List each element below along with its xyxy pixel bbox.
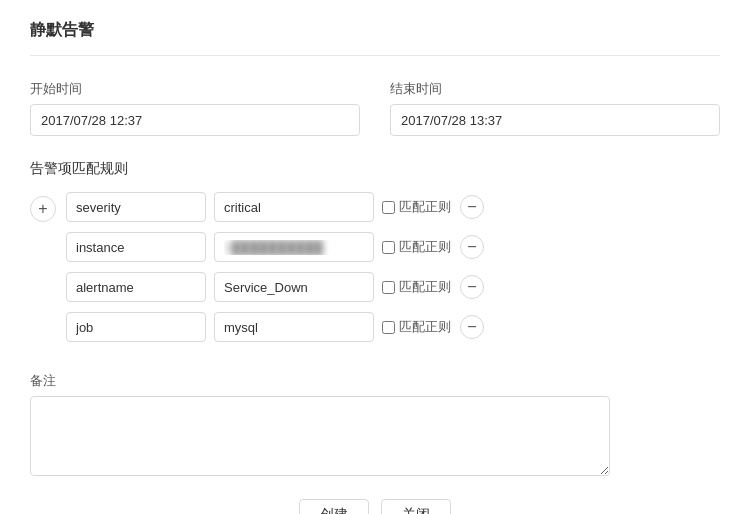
regex-label-3: 匹配正则: [399, 318, 451, 336]
rule-key-input-0[interactable]: [66, 192, 206, 222]
rule-key-input-2[interactable]: [66, 272, 206, 302]
rule-val-input-1[interactable]: [214, 232, 374, 262]
regex-checkbox-3[interactable]: [382, 321, 395, 334]
regex-label-0: 匹配正则: [399, 198, 451, 216]
regex-checkbox-1[interactable]: [382, 241, 395, 254]
end-time-label: 结束时间: [390, 80, 720, 98]
rule-key-input-1[interactable]: [66, 232, 206, 262]
note-section: 备注: [30, 372, 720, 479]
regex-check-1[interactable]: 匹配正则: [382, 238, 452, 256]
modal-title: 静默告警: [30, 20, 720, 56]
remove-rule-button-0[interactable]: −: [460, 195, 484, 219]
rule-val-input-3[interactable]: [214, 312, 374, 342]
start-time-input[interactable]: [30, 104, 360, 136]
regex-checkbox-2[interactable]: [382, 281, 395, 294]
remove-rule-button-3[interactable]: −: [460, 315, 484, 339]
regex-check-3[interactable]: 匹配正则: [382, 318, 452, 336]
note-textarea[interactable]: [30, 396, 610, 476]
remove-rule-button-1[interactable]: −: [460, 235, 484, 259]
add-rule-button[interactable]: +: [30, 196, 56, 222]
start-time-label: 开始时间: [30, 80, 360, 98]
rule-row: 匹配正则−: [66, 232, 720, 262]
regex-check-2[interactable]: 匹配正则: [382, 278, 452, 296]
rule-val-input-0[interactable]: [214, 192, 374, 222]
end-time-group: 结束时间: [390, 80, 720, 136]
regex-checkbox-0[interactable]: [382, 201, 395, 214]
rules-rows: 匹配正则−匹配正则−匹配正则−匹配正则−: [66, 192, 720, 352]
rule-val-input-2[interactable]: [214, 272, 374, 302]
close-button[interactable]: 关闭: [381, 499, 451, 514]
rule-key-input-3[interactable]: [66, 312, 206, 342]
regex-label-2: 匹配正则: [399, 278, 451, 296]
rule-row: 匹配正则−: [66, 312, 720, 342]
rule-row: 匹配正则−: [66, 272, 720, 302]
time-row: 开始时间 结束时间: [30, 80, 720, 136]
rules-section: 告警项匹配规则 + 匹配正则−匹配正则−匹配正则−匹配正则−: [30, 160, 720, 352]
rules-header: + 匹配正则−匹配正则−匹配正则−匹配正则−: [30, 192, 720, 352]
note-label: 备注: [30, 372, 720, 390]
regex-label-1: 匹配正则: [399, 238, 451, 256]
modal-container: 静默告警 开始时间 结束时间 告警项匹配规则 + 匹配正则−匹配正则−匹配正则−…: [0, 0, 750, 514]
create-button[interactable]: 创建: [299, 499, 369, 514]
footer-buttons: 创建 关闭: [30, 499, 720, 514]
regex-check-0[interactable]: 匹配正则: [382, 198, 452, 216]
start-time-group: 开始时间: [30, 80, 360, 136]
remove-rule-button-2[interactable]: −: [460, 275, 484, 299]
rule-row: 匹配正则−: [66, 192, 720, 222]
rules-section-title: 告警项匹配规则: [30, 160, 720, 178]
end-time-input[interactable]: [390, 104, 720, 136]
